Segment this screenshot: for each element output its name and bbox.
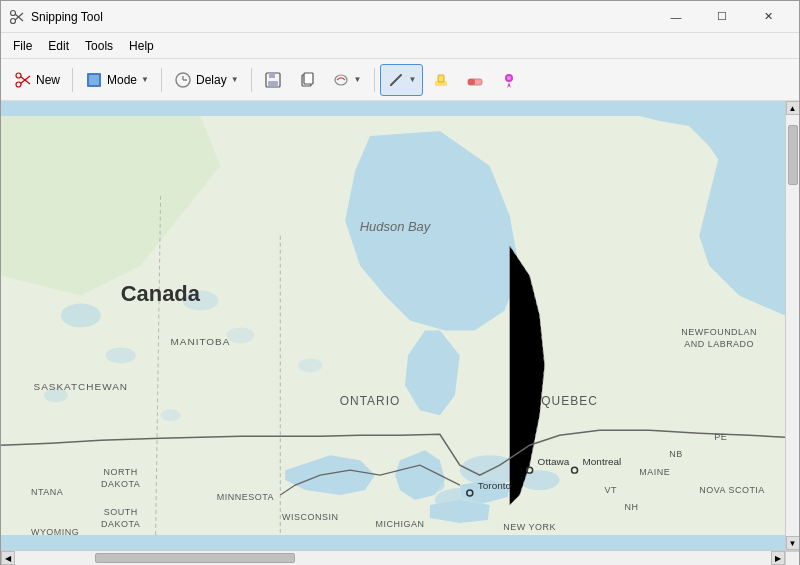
svg-point-1 [11,10,16,15]
app-icon [9,9,25,25]
eraser-tool-button[interactable] [459,64,491,96]
pen-dropdown-arrow: ▼ [409,75,417,84]
svg-text:NORTH: NORTH [104,467,138,477]
svg-rect-15 [268,81,278,86]
separator-1 [72,68,73,92]
title-bar: Snipping Tool — ☐ ✕ [1,1,799,33]
svg-text:Ottawa: Ottawa [538,456,570,467]
scroll-left-arrow[interactable]: ◀ [1,551,15,565]
mode-button[interactable]: Mode ▼ [78,64,156,96]
window-title: Snipping Tool [31,10,653,24]
separator-3 [251,68,252,92]
new-button[interactable]: New [7,64,67,96]
menu-file[interactable]: File [5,36,40,56]
new-label: New [36,73,60,87]
scroll-right-arrow[interactable]: ▶ [771,551,785,565]
close-button[interactable]: ✕ [745,1,791,33]
svg-text:NH: NH [624,502,638,512]
svg-text:Montreal: Montreal [583,456,622,467]
copy-icon [298,71,316,89]
svg-text:Canada: Canada [121,281,201,306]
separator-4 [374,68,375,92]
snipping-tool-window: Snipping Tool — ☐ ✕ File Edit Tools Help [0,0,800,565]
window-controls: — ☐ ✕ [653,1,791,33]
svg-text:Toronto: Toronto [478,480,512,491]
svg-text:Hudson Bay: Hudson Bay [360,219,432,234]
svg-point-34 [61,304,101,328]
delay-icon [174,71,192,89]
svg-text:NEW YORK: NEW YORK [503,522,556,532]
mode-dropdown-arrow: ▼ [141,75,149,84]
scroll-down-arrow[interactable]: ▼ [786,536,800,550]
scrollbar-corner [785,551,799,565]
svg-rect-14 [269,73,275,78]
svg-text:DAKOTA: DAKOTA [101,519,140,529]
menu-tools[interactable]: Tools [77,36,121,56]
svg-line-3 [15,14,23,21]
delay-dropdown-arrow: ▼ [231,75,239,84]
scroll-track-vertical[interactable] [786,115,800,536]
svg-text:AND LABRADO: AND LABRADO [684,339,754,349]
new-icon [14,71,32,89]
erase-icon [332,71,350,89]
svg-rect-9 [89,75,99,85]
svg-text:MAINE: MAINE [639,467,670,477]
svg-point-4 [16,82,21,87]
svg-rect-22 [438,75,444,82]
save-button[interactable] [257,64,289,96]
svg-point-38 [226,327,254,343]
svg-text:SASKATCHEWAN: SASKATCHEWAN [34,381,128,392]
delay-label: Delay [196,73,227,87]
svg-text:MANITOBA: MANITOBA [171,336,231,347]
toolbar: New Mode ▼ Delay [1,59,799,101]
svg-point-35 [106,347,136,363]
svg-text:NEWFOUNDLAN: NEWFOUNDLAN [681,327,757,337]
svg-point-0 [11,18,16,23]
scroll-thumb-vertical[interactable] [788,125,798,185]
scroll-thumb-horizontal[interactable] [95,553,295,563]
svg-text:PE: PE [714,432,727,442]
svg-point-39 [161,409,181,421]
svg-text:WYOMING: WYOMING [31,527,79,537]
svg-text:DAKOTA: DAKOTA [101,479,140,489]
svg-text:MICHIGAN: MICHIGAN [376,519,425,529]
svg-text:SOUTH: SOUTH [104,507,138,517]
eraser-icon [466,71,484,89]
svg-point-18 [335,75,347,85]
pin-button[interactable] [493,64,525,96]
maximize-button[interactable]: ☐ [699,1,745,33]
svg-text:WISCONSIN: WISCONSIN [282,512,338,522]
erase-button[interactable]: ▼ [325,64,369,96]
highlighter-icon [432,71,450,89]
separator-2 [161,68,162,92]
svg-line-19 [391,75,401,85]
scroll-up-arrow[interactable]: ▲ [786,101,800,115]
content-area: Hudson Bay Canada SASKATCHEWAN MANITOBA … [1,101,799,550]
delay-button[interactable]: Delay ▼ [167,64,246,96]
minimize-button[interactable]: — [653,1,699,33]
menu-bar: File Edit Tools Help [1,33,799,59]
svg-text:NB: NB [669,449,682,459]
highlighter-button[interactable] [425,64,457,96]
erase-dropdown-arrow: ▼ [354,75,362,84]
map-container[interactable]: Hudson Bay Canada SASKATCHEWAN MANITOBA … [1,101,785,550]
menu-help[interactable]: Help [121,36,162,56]
svg-text:NOVA SCOTIA: NOVA SCOTIA [699,485,765,495]
svg-text:MINNESOTA: MINNESOTA [217,492,274,502]
svg-rect-24 [468,79,475,85]
pen-tool-button[interactable]: ▼ [380,64,424,96]
svg-point-5 [16,73,21,78]
mode-label: Mode [107,73,137,87]
menu-edit[interactable]: Edit [40,36,77,56]
svg-point-26 [507,76,511,80]
vertical-scrollbar[interactable]: ▲ ▼ [785,101,799,550]
pin-icon [500,71,518,89]
svg-point-40 [298,358,322,372]
svg-rect-17 [304,73,313,84]
copy-button[interactable] [291,64,323,96]
svg-text:ONTARIO: ONTARIO [340,394,401,408]
pen-icon [387,71,405,89]
svg-text:QUEBEC: QUEBEC [541,394,597,408]
svg-text:NTANA: NTANA [31,487,63,497]
scroll-track-horizontal[interactable] [15,551,771,565]
